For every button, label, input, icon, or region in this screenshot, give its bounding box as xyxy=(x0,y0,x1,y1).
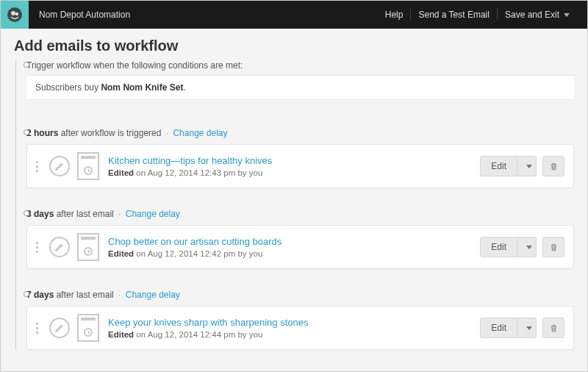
chevron-down-icon xyxy=(526,165,532,168)
topbar: Nom Depot Automation Help Send a Test Em… xyxy=(1,1,587,29)
workflow-step: 3 days after last email · Change delay C… xyxy=(26,209,574,269)
meta-bold: Edited xyxy=(108,330,134,339)
edit-dropdown-button[interactable] xyxy=(517,318,537,338)
drag-handle-icon[interactable] xyxy=(36,161,42,172)
email-card: Keep your knives sharp with sharpening s… xyxy=(26,306,574,350)
condition-prefix: Subscribers buy xyxy=(35,82,101,93)
edit-button-group: Edit xyxy=(480,156,537,176)
chevron-down-icon xyxy=(564,13,570,17)
workflow-step: 7 days after last email · Change delay K… xyxy=(26,290,574,350)
delete-button[interactable] xyxy=(542,237,564,257)
change-delay-link[interactable]: Change delay xyxy=(126,209,180,219)
separator-dot: · xyxy=(118,290,121,300)
condition-product: Nom Nom Knife Set xyxy=(101,82,183,93)
send-test-email-link[interactable]: Send a Test Email xyxy=(410,9,497,21)
delete-button[interactable] xyxy=(542,156,564,176)
help-link[interactable]: Help xyxy=(378,9,411,21)
meta-bold: Edited xyxy=(108,168,134,177)
email-meta: Edited on Aug 12, 2014 12:43 pm by you xyxy=(108,168,480,177)
trash-icon xyxy=(549,162,559,171)
edit-dropdown-button[interactable] xyxy=(517,156,537,176)
pencil-circle-icon[interactable] xyxy=(49,237,70,257)
trash-icon xyxy=(549,323,559,333)
edit-button[interactable]: Edit xyxy=(480,156,517,176)
trigger-section: Trigger workflow when the following cond… xyxy=(26,60,574,128)
edit-button[interactable]: Edit xyxy=(480,318,517,338)
separator-dot: · xyxy=(166,128,168,138)
drag-handle-icon[interactable] xyxy=(36,323,42,334)
step-delay-header: 2 hours after workflow is triggered · Ch… xyxy=(26,128,574,138)
email-title-link[interactable]: Kitchen cutting—tips for healthy knives xyxy=(108,155,480,166)
trigger-condition-box: Subscribers buy Nom Nom Knife Set. xyxy=(26,75,574,100)
timeline-node-icon xyxy=(24,291,29,297)
delay-rest: after last email xyxy=(54,209,113,219)
edit-button-group: Edit xyxy=(480,318,537,338)
delay-bold: 2 hours xyxy=(26,128,58,138)
email-title-link[interactable]: Keep your knives sharp with sharpening s… xyxy=(108,317,480,328)
trash-icon xyxy=(549,243,559,252)
edit-dropdown-button[interactable] xyxy=(517,237,537,257)
email-card: Kitchen cutting—tips for healthy knives … xyxy=(26,144,574,188)
timeline-node-icon xyxy=(24,62,29,68)
delay-bold: 7 days xyxy=(26,290,54,300)
meta-rest: on Aug 12, 2014 12:44 pm by you xyxy=(134,330,262,339)
email-card-body: Kitchen cutting—tips for healthy knives … xyxy=(108,155,480,177)
card-actions: Edit xyxy=(480,318,564,338)
timeline-node-icon xyxy=(24,129,29,135)
condition-suffix: . xyxy=(183,82,185,93)
mailchimp-logo-icon[interactable] xyxy=(1,1,29,29)
meta-bold: Edited xyxy=(108,249,134,258)
meta-rest: on Aug 12, 2014 12:43 pm by you xyxy=(134,168,262,177)
chevron-down-icon xyxy=(526,326,532,330)
workflow-step: 2 hours after workflow is triggered · Ch… xyxy=(26,128,574,188)
timeline: Trigger workflow when the following cond… xyxy=(15,60,574,350)
chevron-down-icon xyxy=(526,246,532,249)
delay-rest: after workflow is triggered xyxy=(58,128,161,138)
card-actions: Edit xyxy=(480,156,564,176)
card-actions: Edit xyxy=(480,237,564,257)
save-and-exit-label: Save and Exit xyxy=(505,10,559,20)
edit-button[interactable]: Edit xyxy=(480,237,517,257)
email-card-body: Keep your knives sharp with sharpening s… xyxy=(108,317,480,339)
drag-handle-icon[interactable] xyxy=(36,242,42,253)
top-links: Help Send a Test Email Save and Exit xyxy=(378,9,587,21)
delay-bold: 3 days xyxy=(26,209,54,219)
spacer xyxy=(26,100,574,128)
app-title: Nom Depot Automation xyxy=(29,10,378,20)
delay-rest: after last email xyxy=(54,290,113,300)
svg-point-2 xyxy=(15,12,18,15)
email-title-link[interactable]: Chop better on our artisan cutting board… xyxy=(108,236,480,247)
email-thumbnail-icon xyxy=(77,233,99,261)
edit-button-group: Edit xyxy=(480,237,537,257)
step-delay-header: 3 days after last email · Change delay xyxy=(26,209,574,219)
svg-point-1 xyxy=(11,11,15,15)
email-card-body: Chop better on our artisan cutting board… xyxy=(108,236,480,258)
email-card: Chop better on our artisan cutting board… xyxy=(26,225,574,269)
change-delay-link[interactable]: Change delay xyxy=(173,128,227,138)
email-thumbnail-icon xyxy=(77,314,99,342)
pencil-circle-icon[interactable] xyxy=(49,318,70,338)
email-meta: Edited on Aug 12, 2014 12:44 pm by you xyxy=(108,330,480,339)
email-meta: Edited on Aug 12, 2014 12:42 pm by you xyxy=(108,249,480,258)
pencil-circle-icon[interactable] xyxy=(49,156,70,176)
trigger-label: Trigger workflow when the following cond… xyxy=(26,60,574,71)
save-and-exit-link[interactable]: Save and Exit xyxy=(497,9,577,21)
step-delay-header: 7 days after last email · Change delay xyxy=(26,290,574,300)
separator-dot: · xyxy=(118,209,121,219)
page: Add emails to workflow Trigger workflow … xyxy=(1,29,587,350)
change-delay-link[interactable]: Change delay xyxy=(126,290,180,300)
timeline-node-icon xyxy=(24,210,29,216)
page-title: Add emails to workflow xyxy=(14,37,574,54)
delete-button[interactable] xyxy=(542,318,564,338)
email-thumbnail-icon xyxy=(77,152,99,180)
meta-rest: on Aug 12, 2014 12:42 pm by you xyxy=(134,249,262,258)
